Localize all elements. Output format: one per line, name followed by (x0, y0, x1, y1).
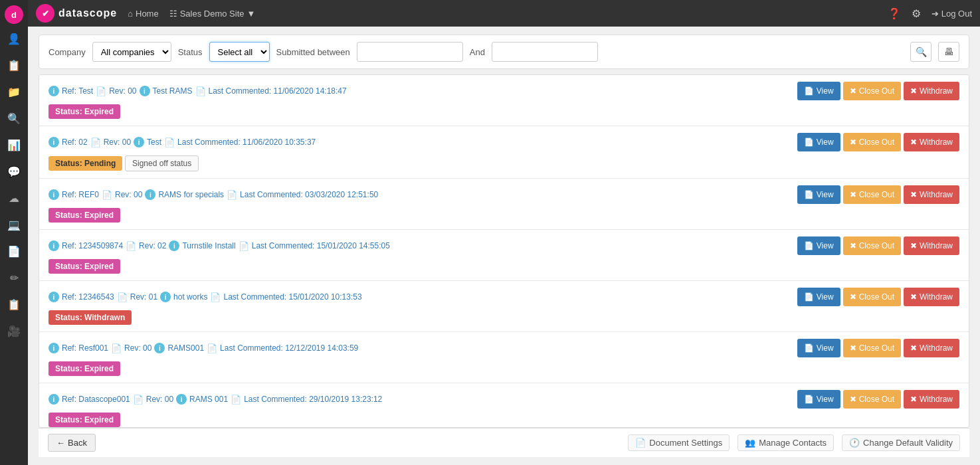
company-select[interactable]: All companies (92, 42, 171, 62)
search-button[interactable]: 🔍 (910, 42, 931, 62)
close-out-button[interactable]: ✖ Close Out (843, 185, 901, 204)
navbar: ✔ datascope ⌂ Home ☷ Sales Demo Site ▼ ❓… (28, 0, 980, 27)
info-icon[interactable]: i (49, 137, 59, 147)
view-button[interactable]: 📄 View (797, 339, 840, 357)
withdraw-button[interactable]: ✖ Withdraw (904, 82, 959, 100)
withdraw-icon: ✖ (910, 138, 917, 147)
withdraw-button[interactable]: ✖ Withdraw (904, 288, 959, 306)
view-icon: 📄 (804, 86, 814, 96)
ref-label: Ref: Test (62, 86, 93, 96)
doc-icon: 📄 (96, 86, 106, 96)
rev-label: Rev: 01 (130, 292, 157, 302)
document-settings-link[interactable]: 📄 Document Settings (628, 434, 730, 451)
sidebar-icon-clipboard2[interactable]: 📋 (2, 292, 26, 316)
rev-label: Rev: 00 (124, 343, 151, 353)
view-button[interactable]: 📄 View (797, 236, 840, 255)
record-bottom: Status: Expired (49, 104, 959, 119)
withdraw-button[interactable]: ✖ Withdraw (904, 236, 959, 255)
close-out-button[interactable]: ✖ Close Out (843, 133, 901, 151)
close-out-button[interactable]: ✖ Close Out (843, 288, 901, 306)
info-icon-2[interactable]: i (134, 137, 144, 147)
view-button[interactable]: 📄 View (797, 185, 840, 204)
record-meta: i Ref: Test 📄 Rev: 00 i Test RAMS 📄 Last… (49, 86, 347, 96)
footer-bar: ← Back 📄 Document Settings 👥 Manage Cont… (39, 428, 969, 457)
view-icon: 📄 (804, 292, 814, 302)
info-icon-2[interactable]: i (176, 394, 187, 405)
info-icon[interactable]: i (49, 292, 59, 302)
sidebar-icon-cloud[interactable]: ☁ (2, 186, 26, 210)
sidebar-icon-chart[interactable]: 📊 (2, 133, 26, 157)
navbar-site[interactable]: ☷ Sales Demo Site ▼ (169, 9, 256, 19)
navbar-home[interactable]: ⌂ Home (128, 9, 159, 19)
status-select[interactable]: Select all (209, 42, 270, 62)
sidebar-icon-chat[interactable]: 💬 (2, 159, 26, 183)
withdraw-button[interactable]: ✖ Withdraw (904, 133, 959, 151)
record-item: i Ref: 1234509874 📄 Rev: 02 i Turnstile … (39, 230, 969, 281)
record-meta: i Ref: Datascope001 📄 Rev: 00 i RAMS 001… (49, 394, 382, 405)
status-label: Status (178, 47, 203, 57)
submitted-to-input[interactable] (492, 42, 598, 62)
withdraw-button[interactable]: ✖ Withdraw (904, 185, 959, 204)
sidebar-icon-video[interactable]: 🎥 (2, 319, 26, 343)
record-meta: i Ref: 1234509874 📄 Rev: 02 i Turnstile … (49, 240, 390, 251)
sidebar-icon-search[interactable]: 🔍 (2, 106, 26, 130)
status-badge: Status: Expired (49, 259, 120, 274)
info-icon[interactable]: i (49, 343, 59, 353)
navbar-right: ❓ ⚙ ➔ Log Out (888, 7, 972, 20)
doc-icon: 📄 (117, 292, 128, 302)
close-out-button[interactable]: ✖ Close Out (843, 236, 901, 255)
view-button[interactable]: 📄 View (797, 82, 840, 100)
info-icon-2[interactable]: i (160, 292, 171, 302)
last-commented: Last Commented: 03/03/2020 12:51:50 (240, 190, 378, 199)
withdraw-button[interactable]: ✖ Withdraw (904, 390, 959, 409)
submitted-from-input[interactable] (357, 42, 463, 62)
ref-label: Ref: 12346543 (62, 292, 114, 302)
doc-icon-2: 📄 (239, 241, 249, 251)
sidebar-icon-monitor[interactable]: 💻 (2, 213, 26, 236)
close-out-button[interactable]: ✖ Close Out (843, 390, 901, 409)
doc-icon-2: 📄 (231, 395, 241, 405)
back-button[interactable]: ← Back (48, 434, 96, 452)
info-icon[interactable]: i (49, 240, 59, 251)
close-out-icon: ✖ (850, 86, 856, 96)
records-list: i Ref: Test 📄 Rev: 00 i Test RAMS 📄 Last… (39, 74, 969, 428)
last-commented: Last Commented: 11/06/2020 10:35:37 (177, 138, 316, 147)
withdraw-icon: ✖ (910, 190, 917, 199)
navbar-brand: ✔ datascope (36, 4, 117, 23)
withdraw-icon: ✖ (910, 292, 917, 302)
footer-right: 📄 Document Settings 👥 Manage Contacts 🕐 … (628, 434, 960, 451)
clock-icon: 🕐 (849, 438, 860, 448)
view-button[interactable]: 📄 View (797, 133, 840, 151)
info-icon[interactable]: i (49, 189, 59, 200)
info-icon[interactable]: i (49, 86, 59, 96)
withdraw-button[interactable]: ✖ Withdraw (904, 339, 959, 357)
settings-icon[interactable]: ⚙ (912, 7, 921, 20)
manage-contacts-link[interactable]: 👥 Manage Contacts (737, 434, 834, 451)
doc-name: Turnstile Install (182, 241, 235, 250)
last-commented: Last Commented: 12/12/2019 14:03:59 (220, 343, 358, 353)
record-meta: i Ref: 12346543 📄 Rev: 01 i hot works 📄 … (49, 292, 362, 302)
view-button[interactable]: 📄 View (797, 288, 840, 306)
record-actions: 📄 View ✖ Close Out ✖ Withdraw (797, 133, 959, 151)
close-out-button[interactable]: ✖ Close Out (843, 82, 901, 100)
site-icon: ☷ (169, 9, 177, 19)
info-icon-2[interactable]: i (154, 343, 165, 353)
ref-label: Ref: 1234509874 (62, 241, 123, 250)
info-icon[interactable]: i (49, 394, 59, 405)
doc-icon: 📄 (111, 343, 122, 353)
info-icon-2[interactable]: i (140, 86, 150, 96)
sidebar-icon-doc[interactable]: 📄 (2, 239, 26, 263)
sidebar-icon-folder[interactable]: 📁 (2, 80, 26, 104)
sidebar-icon-clipboard[interactable]: 📋 (2, 53, 26, 77)
help-icon[interactable]: ❓ (888, 7, 901, 20)
print-button[interactable]: 🖶 (938, 42, 959, 62)
sidebar-icon-edit[interactable]: ✏ (2, 266, 26, 290)
sidebar-icon-user[interactable]: 👤 (2, 27, 26, 50)
view-button[interactable]: 📄 View (797, 390, 840, 409)
info-icon-2[interactable]: i (169, 240, 179, 251)
info-icon-2[interactable]: i (145, 189, 155, 200)
record-meta: i Ref: Resf001 📄 Rev: 00 i RAMS001 📄 Las… (49, 343, 358, 353)
logout-link[interactable]: ➔ Log Out (931, 9, 972, 19)
change-validity-link[interactable]: 🕐 Change Default Validity (842, 434, 960, 451)
close-out-button[interactable]: ✖ Close Out (843, 339, 901, 357)
